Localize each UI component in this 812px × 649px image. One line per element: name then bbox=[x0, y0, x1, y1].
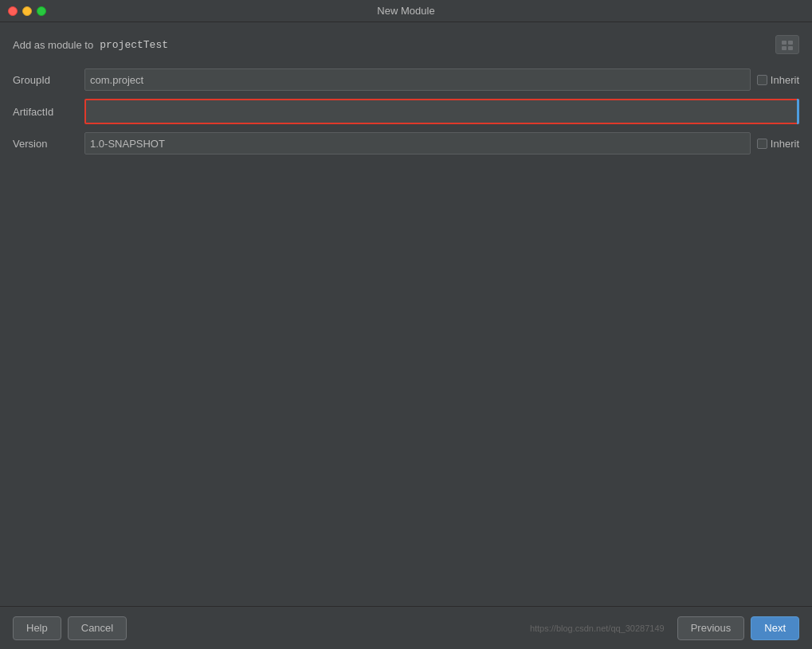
previous-button[interactable]: Previous bbox=[677, 616, 745, 640]
window-controls bbox=[8, 6, 46, 16]
module-icon-button[interactable] bbox=[775, 35, 799, 54]
version-label: Version bbox=[13, 138, 84, 150]
bottom-right-buttons: https://blog.csdn.net/qq_30287149 Previo… bbox=[530, 616, 799, 640]
project-name: projectTest bbox=[100, 39, 168, 51]
next-button[interactable]: Next bbox=[751, 616, 799, 640]
bottom-bar: Help Cancel https://blog.csdn.net/qq_302… bbox=[0, 606, 812, 649]
window-title: New Module bbox=[377, 5, 434, 17]
group-id-inherit-wrap: Inherit bbox=[757, 74, 799, 86]
artifact-id-row: ArtifactId bbox=[13, 99, 799, 124]
minimize-button[interactable] bbox=[22, 6, 32, 16]
version-inherit-label: Inherit bbox=[771, 138, 799, 150]
artifact-id-label: ArtifactId bbox=[13, 106, 84, 118]
group-id-label: GroupId bbox=[13, 74, 84, 86]
bottom-left-buttons: Help Cancel bbox=[13, 616, 127, 640]
version-input[interactable] bbox=[84, 132, 751, 154]
group-id-row: GroupId Inherit bbox=[13, 67, 799, 92]
close-button[interactable] bbox=[8, 6, 18, 16]
cancel-button[interactable]: Cancel bbox=[68, 616, 127, 640]
svg-rect-1 bbox=[788, 41, 793, 45]
group-id-inherit-label: Inherit bbox=[771, 74, 799, 86]
version-row: Version Inherit bbox=[13, 131, 799, 156]
group-id-input[interactable] bbox=[84, 68, 751, 91]
add-as-module-row: Add as module to projectTest bbox=[13, 39, 168, 51]
artifact-input-container bbox=[84, 99, 799, 124]
form-area: GroupId Inherit ArtifactId Version Inher… bbox=[13, 67, 799, 162]
group-id-inherit-checkbox[interactable] bbox=[757, 75, 767, 85]
watermark: https://blog.csdn.net/qq_30287149 bbox=[530, 624, 665, 633]
title-bar: New Module bbox=[0, 0, 812, 22]
svg-rect-0 bbox=[782, 41, 787, 45]
main-area bbox=[13, 162, 799, 606]
svg-rect-2 bbox=[782, 46, 787, 50]
svg-rect-3 bbox=[788, 46, 793, 50]
dialog-content: Add as module to projectTest GroupId Inh… bbox=[0, 22, 812, 606]
version-inherit-wrap: Inherit bbox=[757, 138, 799, 150]
version-inherit-checkbox[interactable] bbox=[757, 139, 767, 149]
help-button[interactable]: Help bbox=[13, 616, 61, 640]
artifact-id-input[interactable] bbox=[84, 99, 799, 124]
maximize-button[interactable] bbox=[37, 6, 46, 16]
add-as-module-label: Add as module to bbox=[13, 39, 93, 51]
top-row: Add as module to projectTest bbox=[13, 35, 799, 54]
